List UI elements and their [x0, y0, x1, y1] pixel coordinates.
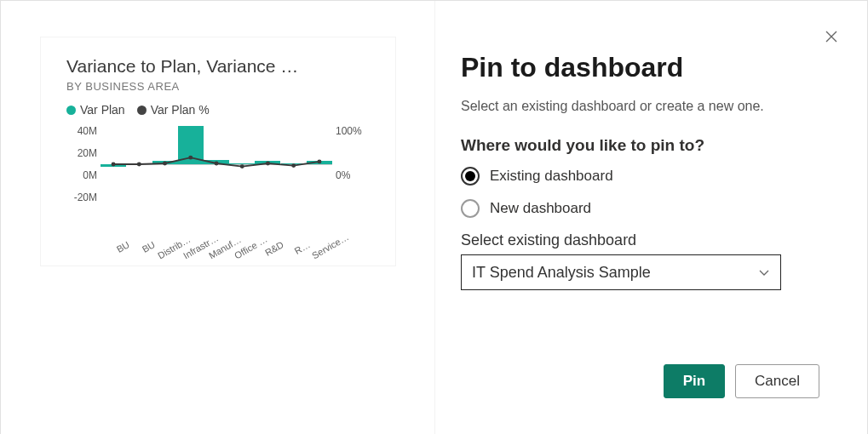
svg-point-1	[137, 163, 141, 167]
legend-label: Var Plan %	[151, 103, 210, 117]
radio-label: Existing dashboard	[490, 168, 613, 185]
chevron-down-icon	[758, 266, 770, 278]
tile-preview-panel: Variance to Plan, Variance … BY BUSINESS…	[1, 1, 435, 434]
legend-swatch-icon	[66, 106, 76, 115]
x-tick: Service…	[310, 239, 337, 260]
x-tick: BU	[129, 239, 157, 260]
chart-tile: Variance to Plan, Variance … BY BUSINESS…	[40, 37, 396, 266]
svg-point-6	[266, 162, 270, 166]
svg-point-7	[291, 163, 296, 168]
radio-new-dashboard[interactable]: New dashboard	[461, 199, 819, 218]
tile-subtitle: BY BUSINESS AREA	[66, 80, 370, 93]
legend-item-var-plan: Var Plan	[66, 103, 125, 117]
x-tick: R…	[285, 239, 312, 260]
select-value: IT Spend Analysis Sample	[472, 264, 651, 282]
line-series	[101, 120, 332, 222]
x-axis: BUBUDistrib…Infrastr…Manuf…Office …R&DR……	[66, 239, 370, 249]
radio-existing-dashboard[interactable]: Existing dashboard	[461, 167, 819, 186]
chart-area: 40M 20M 0M -20M 100% 0%	[66, 120, 370, 239]
legend-swatch-icon	[137, 106, 147, 115]
svg-point-4	[214, 162, 218, 166]
cancel-button[interactable]: Cancel	[735, 364, 819, 398]
pin-to-dashboard-dialog: Variance to Plan, Variance … BY BUSINESS…	[0, 0, 868, 434]
dashboard-select[interactable]: IT Spend Analysis Sample	[461, 254, 781, 290]
dialog-footer: Pin Cancel	[664, 364, 819, 398]
y-tick: -20M	[66, 186, 97, 208]
pin-location-question: Where would you like to pin to?	[461, 136, 819, 155]
svg-point-5	[240, 164, 244, 168]
x-tick: BU	[104, 239, 131, 260]
dialog-subtitle: Select an existing dashboard or create a…	[461, 99, 819, 114]
pin-button[interactable]: Pin	[664, 364, 725, 398]
y-tick: 0%	[336, 164, 370, 186]
svg-point-3	[188, 156, 193, 160]
radio-label: New dashboard	[490, 200, 591, 217]
y-tick: 0M	[66, 164, 97, 186]
dialog-title: Pin to dashboard	[461, 52, 819, 83]
svg-point-8	[317, 160, 321, 164]
svg-point-2	[163, 162, 167, 166]
y-axis-right: 100% 0%	[332, 120, 370, 239]
select-label: Select existing dashboard	[461, 231, 819, 249]
x-tick: Distrib…	[156, 239, 183, 260]
y-tick: 20M	[66, 142, 97, 164]
legend-label: Var Plan	[80, 103, 125, 117]
y-tick: 40M	[66, 120, 97, 142]
chart-legend: Var Plan Var Plan %	[66, 103, 370, 117]
close-button[interactable]	[821, 26, 842, 47]
close-icon	[825, 31, 837, 43]
y-axis-left: 40M 20M 0M -20M	[66, 120, 101, 239]
radio-icon	[461, 167, 480, 186]
chart-plot	[101, 120, 332, 222]
pin-form-panel: Pin to dashboard Select an existing dash…	[435, 1, 867, 434]
tile-title: Variance to Plan, Variance …	[66, 56, 370, 77]
radio-icon	[461, 199, 480, 218]
y-tick: 100%	[336, 120, 370, 142]
legend-item-var-plan-pct: Var Plan %	[137, 103, 210, 117]
svg-point-0	[112, 163, 116, 167]
